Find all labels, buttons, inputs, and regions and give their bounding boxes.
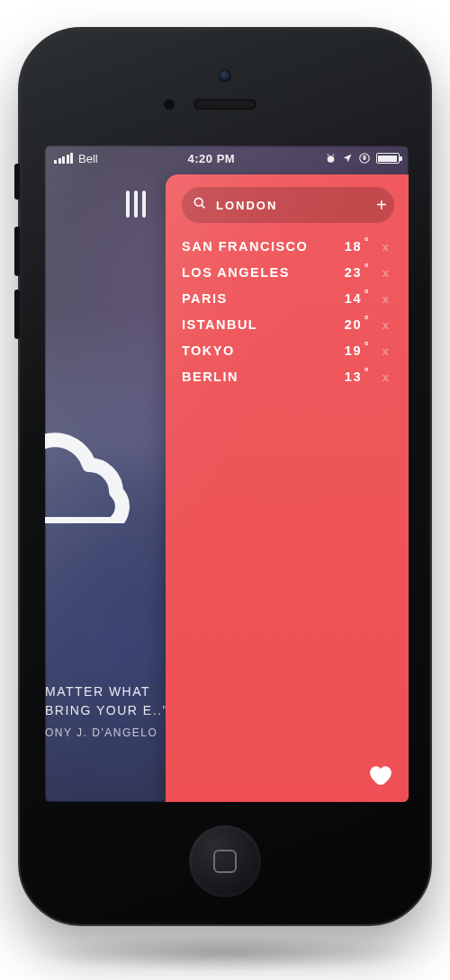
svg-rect-2 xyxy=(364,157,366,160)
delete-city-button[interactable]: x xyxy=(378,344,394,358)
home-button[interactable] xyxy=(189,825,261,897)
home-icon xyxy=(213,850,237,873)
city-row[interactable]: SAN FRANCISCO 18 x xyxy=(182,239,394,254)
city-name: SAN FRANCISCO xyxy=(182,239,329,254)
screen: Bell 4:20 PM xyxy=(45,146,409,802)
city-name: PARIS xyxy=(182,291,329,306)
city-temp: 19 xyxy=(329,343,369,358)
phone-frame: Bell 4:20 PM xyxy=(18,27,432,926)
delete-city-button[interactable]: x xyxy=(378,240,394,254)
delete-city-button[interactable]: x xyxy=(378,292,394,306)
volume-up-button xyxy=(14,227,20,276)
city-row[interactable]: PARIS 14 x xyxy=(182,291,394,306)
city-temp: 18 xyxy=(329,239,369,254)
city-name: ISTANBUL xyxy=(182,317,329,332)
city-name: LOS ANGELES xyxy=(182,265,329,280)
status-time: 4:20 PM xyxy=(188,152,236,165)
delete-city-button[interactable]: x xyxy=(378,318,394,332)
search-bar[interactable]: + xyxy=(182,187,394,223)
city-name: TOKYO xyxy=(182,343,329,358)
battery-icon xyxy=(376,153,400,164)
signal-icon xyxy=(54,153,73,164)
menu-button[interactable] xyxy=(126,191,146,218)
svg-point-3 xyxy=(194,198,202,206)
city-row[interactable]: BERLIN 13 x xyxy=(182,370,394,384)
search-input[interactable] xyxy=(216,199,367,212)
weather-cloud-icon xyxy=(45,415,148,527)
city-row[interactable]: TOKYO 19 x xyxy=(182,343,394,358)
delete-city-button[interactable]: x xyxy=(378,370,394,384)
city-temp: 14 xyxy=(329,291,369,306)
city-row[interactable]: LOS ANGELES 23 x xyxy=(182,265,394,280)
alarm-icon xyxy=(325,153,337,165)
add-city-button[interactable]: + xyxy=(376,196,387,214)
mute-switch xyxy=(14,164,20,200)
city-temp: 23 xyxy=(329,265,369,280)
front-camera xyxy=(219,69,231,82)
volume-down-button xyxy=(14,290,20,339)
favorite-button[interactable] xyxy=(369,764,392,789)
location-icon xyxy=(342,153,353,164)
carrier-label: Bell xyxy=(78,152,98,165)
proximity-sensor xyxy=(164,99,175,110)
earpiece-speaker xyxy=(194,99,256,110)
svg-line-4 xyxy=(202,205,204,208)
city-temp: 20 xyxy=(329,317,369,332)
cities-panel: + SAN FRANCISCO 18 x LOS ANGELES 23 x PA… xyxy=(166,174,409,802)
city-temp: 13 xyxy=(329,370,369,384)
city-name: BERLIN xyxy=(182,370,329,384)
device-shadow xyxy=(32,935,418,971)
city-row[interactable]: ISTANBUL 20 x xyxy=(182,317,394,332)
status-left: Bell xyxy=(54,152,98,165)
delete-city-button[interactable]: x xyxy=(378,266,394,280)
status-right xyxy=(325,152,400,165)
status-bar: Bell 4:20 PM xyxy=(45,146,409,171)
stage: Bell 4:20 PM xyxy=(0,0,450,980)
city-list: SAN FRANCISCO 18 x LOS ANGELES 23 x PARI… xyxy=(182,239,394,384)
svg-point-0 xyxy=(328,156,335,163)
rotation-lock-icon xyxy=(358,152,371,165)
search-icon xyxy=(193,196,207,214)
